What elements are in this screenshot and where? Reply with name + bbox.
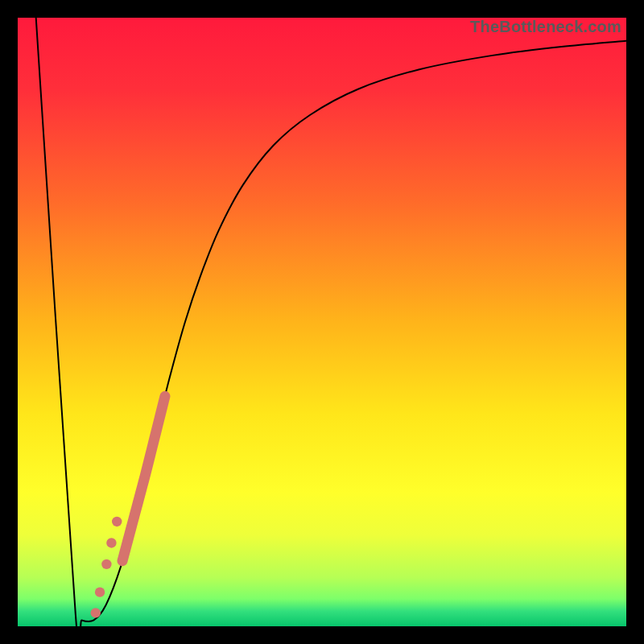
marker-dot [91,608,101,617]
bottleneck-chart [18,18,626,626]
plot-area: TheBottleneck.com [18,18,626,626]
chart-frame: TheBottleneck.com [0,0,644,644]
gradient-background [18,18,626,626]
marker-dot [112,517,122,526]
watermark-text: TheBottleneck.com [470,18,621,36]
marker-dot [101,559,111,569]
marker-dot [95,587,105,597]
marker-dot [106,538,116,547]
